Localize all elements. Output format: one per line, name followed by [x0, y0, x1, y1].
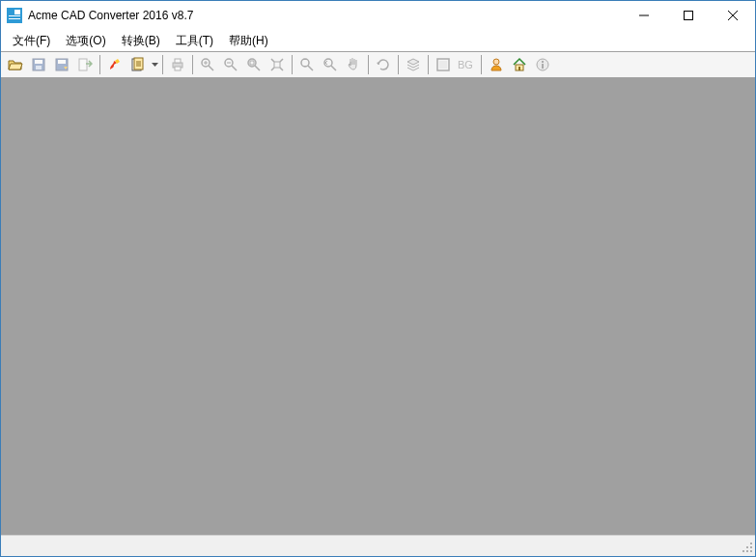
svg-rect-8 [56, 59, 68, 70]
svg-rect-30 [542, 61, 544, 63]
svg-rect-10 [79, 59, 87, 70]
svg-point-34 [742, 550, 744, 552]
separator [428, 55, 429, 74]
zoom-previous-button[interactable] [320, 54, 341, 75]
zoom-out-button[interactable] [220, 54, 241, 75]
zoom-window-button[interactable] [243, 54, 265, 75]
menu-bar: 文件(F) 选项(O) 转换(B) 工具(T) 帮助(H) [1, 30, 755, 51]
separator [398, 55, 399, 74]
menu-tools[interactable]: 工具(T) [168, 31, 221, 51]
svg-point-32 [746, 546, 748, 548]
menu-convert[interactable]: 转换(B) [114, 31, 168, 51]
separator [292, 55, 293, 74]
toolbar: BG [1, 51, 755, 78]
separator [99, 55, 100, 74]
svg-point-16 [202, 59, 210, 67]
homepage-button[interactable] [509, 54, 530, 75]
svg-rect-1 [14, 10, 20, 14]
status-bar [1, 535, 755, 556]
open-button[interactable] [5, 54, 26, 75]
svg-rect-14 [175, 59, 181, 63]
svg-rect-15 [175, 67, 181, 70]
separator [162, 55, 163, 74]
register-button[interactable] [486, 54, 507, 75]
svg-rect-2 [9, 15, 20, 16]
batch-convert-button[interactable] [104, 54, 126, 75]
svg-point-17 [225, 59, 233, 67]
app-icon [7, 8, 22, 23]
menu-options[interactable]: 选项(O) [58, 31, 113, 51]
svg-rect-23 [437, 59, 449, 70]
svg-point-28 [537, 59, 548, 70]
separator [368, 55, 369, 74]
svg-point-33 [750, 546, 752, 548]
svg-rect-29 [542, 64, 544, 69]
batch-pdf-button[interactable] [127, 54, 149, 75]
resize-grip-icon[interactable] [740, 540, 753, 553]
svg-rect-19 [250, 61, 254, 65]
about-button[interactable] [532, 54, 553, 75]
svg-rect-3 [9, 18, 20, 19]
menu-help[interactable]: 帮助(H) [221, 31, 276, 51]
svg-point-22 [324, 59, 332, 67]
close-button[interactable] [711, 1, 755, 30]
window-controls [622, 1, 755, 30]
svg-rect-27 [518, 67, 520, 70]
svg-rect-5 [33, 59, 44, 70]
svg-point-21 [301, 59, 309, 67]
svg-rect-24 [439, 61, 447, 69]
maximize-button[interactable] [666, 1, 711, 30]
minimize-button[interactable] [622, 1, 666, 30]
svg-rect-9 [58, 60, 66, 64]
workspace [1, 78, 755, 535]
svg-point-18 [248, 59, 256, 67]
menu-file[interactable]: 文件(F) [5, 31, 58, 51]
fullscreen-button[interactable] [433, 54, 454, 75]
bg-label: BG [458, 59, 473, 70]
save-button[interactable] [28, 54, 49, 75]
svg-rect-7 [36, 66, 42, 70]
rotate-button[interactable] [373, 54, 394, 75]
background-button[interactable]: BG [456, 54, 477, 75]
separator [192, 55, 193, 74]
zoom-extents-button[interactable] [266, 54, 288, 75]
pan-button[interactable] [343, 54, 364, 75]
svg-rect-4 [685, 12, 693, 20]
layers-button[interactable] [403, 54, 424, 75]
zoom-in-button[interactable] [197, 54, 218, 75]
batch-dropdown[interactable] [150, 54, 159, 75]
print-button[interactable] [167, 54, 188, 75]
svg-point-36 [750, 550, 752, 552]
separator [481, 55, 482, 74]
svg-rect-13 [173, 63, 182, 68]
save-as-button[interactable] [51, 54, 72, 75]
title-bar: Acme CAD Converter 2016 v8.7 [1, 1, 755, 30]
svg-point-35 [746, 550, 748, 552]
svg-rect-20 [274, 62, 280, 68]
zoom-realtime-button[interactable] [296, 54, 318, 75]
window-title: Acme CAD Converter 2016 v8.7 [28, 8, 622, 24]
svg-point-25 [493, 59, 499, 65]
svg-rect-6 [35, 60, 42, 64]
export-button[interactable] [74, 54, 96, 75]
svg-point-31 [750, 543, 752, 544]
